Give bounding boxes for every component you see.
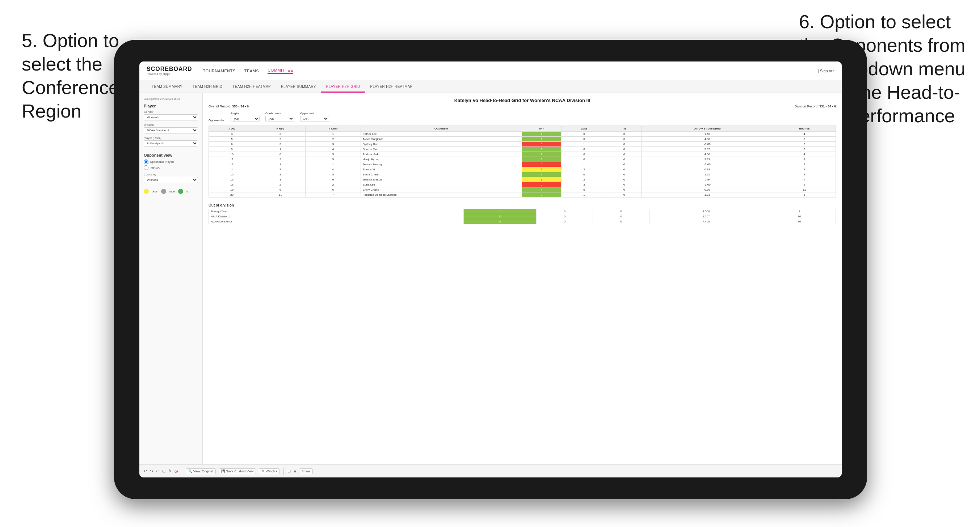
content-area: Katelyn Vo Head-to-Head Grid for Women's… (203, 93, 842, 464)
radio-opponents-played[interactable]: Opponents Played (144, 160, 198, 164)
ood-cell-rounds: 2 (763, 209, 835, 214)
toolbar-layout[interactable]: ⊡ (288, 469, 291, 473)
table-row: 20 11 7 Federica Domecq Lacroze 2 1 0 1.… (209, 192, 836, 197)
cell-win: 2 (522, 152, 562, 157)
nav-committee[interactable]: COMMITTEE (267, 68, 293, 74)
subnav-team-summary[interactable]: TEAM SUMMARY (146, 82, 188, 93)
cell-div: 18 (209, 182, 255, 187)
cell-win: 1 (522, 132, 562, 137)
subnav-player-h2h-heatmap[interactable]: PLAYER H2H HEATMAP (365, 82, 418, 93)
col-diff: Diff Av Strokes/Rnd (641, 126, 773, 132)
table-row: 3 3 1 Esther Lee 1 0 0 1.50 4 (209, 132, 836, 137)
cell-reg: 1 (255, 162, 305, 167)
cell-rounds: 6 (773, 192, 835, 197)
cell-diff: 1.50 (641, 132, 773, 137)
table-row: 15 8 5 Stella Cheng 1 0 0 1.25 4 (209, 172, 836, 177)
toolbar-edit[interactable]: ✎ (168, 469, 172, 473)
toolbar-menu[interactable]: ≡ (294, 469, 296, 473)
conference-filter-select[interactable]: (All) (266, 116, 294, 122)
cell-diff: 0.30 (641, 187, 773, 192)
toolbar-grid[interactable]: ⊞ (162, 469, 165, 473)
cell-tie: 0 (607, 157, 641, 162)
cell-reg: 8 (255, 172, 305, 177)
opponent-filter-select[interactable]: (All) (300, 116, 329, 122)
watch-button[interactable]: 👁 Watch ▾ (259, 468, 280, 474)
col-div: # Div (209, 126, 255, 132)
cell-div: 3 (209, 132, 255, 137)
division-select[interactable]: NCAA Division III (144, 127, 198, 133)
col-reg: # Reg (255, 126, 305, 132)
region-filter-label: Region (231, 112, 259, 115)
cell-diff: -1.00 (641, 142, 773, 147)
colour-up (178, 189, 183, 194)
nav-sign-out[interactable]: | Sign out (818, 69, 834, 73)
toolbar-divider-2 (283, 468, 284, 475)
cell-diff: -5.00 (641, 182, 773, 187)
cell-tie: 0 (607, 187, 641, 192)
subnav-player-summary[interactable]: PLAYER SUMMARY (276, 82, 321, 93)
cell-loss: 0 (561, 187, 607, 192)
cell-div: 16 (209, 177, 255, 182)
col-conf: # Conf (305, 126, 361, 132)
cell-loss: 2 (561, 177, 607, 182)
sidebar: Last Updated: 27/03/2024 16:34 Player Ge… (139, 93, 203, 464)
opponent-view-radios: Opponents Played Top 100 (144, 160, 198, 170)
cell-conf: 3 (305, 142, 361, 147)
cell-diff: 1.33 (641, 192, 773, 197)
cell-rounds: 4 (773, 132, 835, 137)
toolbar-clock[interactable]: ◷ (175, 469, 178, 473)
cell-conf: 2 (305, 182, 361, 187)
radio-top100[interactable]: Top 100 (144, 165, 198, 170)
table-row: 13 1 1 Jessica Huang 0 1 0 -3.00 2 (209, 162, 836, 167)
gender-select[interactable]: Women's (144, 114, 198, 121)
sidebar-player-title: Player (144, 104, 198, 108)
toolbar-refresh[interactable]: ↩ (156, 469, 159, 473)
colour-down-label: Down (152, 190, 158, 193)
logo-sub: Powered by clippd (146, 72, 170, 76)
cell-rounds: 7 (773, 177, 835, 182)
cell-opponent: Jessica Huang (361, 162, 522, 167)
cell-opponent: Emily Chang (361, 187, 522, 192)
cell-win: 1 (522, 147, 562, 152)
cell-reg: 2 (255, 137, 305, 142)
region-filter-select[interactable]: (All) (231, 116, 259, 122)
cell-conf: 3 (305, 152, 361, 157)
cell-opponent: Esther Lee (361, 132, 522, 137)
toolbar-undo[interactable]: ↩ (144, 469, 147, 473)
opponents-filter-group: Opponents: (208, 119, 225, 122)
opponent-view-title: Opponent view (144, 153, 198, 157)
cell-diff: -0.94 (641, 177, 773, 182)
nav-tournaments[interactable]: TOURNAMENTS (203, 69, 235, 73)
player-rank-select[interactable]: 8. Katelyn Vo (144, 140, 198, 146)
cell-opponent: Heejo Hyun (361, 157, 522, 162)
cell-diff: 3.67 (641, 147, 773, 152)
cell-loss: 0 (561, 157, 607, 162)
table-row: 5 2 2 Alexis Sudjianto 1 0 0 4.00 3 (209, 137, 836, 142)
cell-tie: 0 (607, 162, 641, 167)
cell-diff: -3.00 (641, 162, 773, 167)
subnav-player-h2h-grid[interactable]: PLAYER H2H GRID (321, 82, 365, 93)
cell-opponent: Federica Domecq Lacroze (361, 192, 522, 197)
cell-reg: 2 (255, 157, 305, 162)
logo-area: SCOREBOARD Powered by clippd (146, 66, 192, 76)
player-rank-label: Player (Rank) (144, 137, 198, 140)
cell-diff: 4.00 (641, 137, 773, 142)
toolbar-redo[interactable]: ↪ (150, 469, 153, 473)
cell-conf: 1 (305, 132, 361, 137)
subnav-team-h2h-heatmap[interactable]: TEAM H2H HEATMAP (228, 82, 276, 93)
save-custom-view-button[interactable]: 💾 Save Custom View (219, 468, 256, 474)
subnav-team-h2h-grid[interactable]: TEAM H2H GRID (188, 82, 228, 93)
cell-reg: 7 (255, 167, 305, 172)
cell-tie: 0 (607, 142, 641, 147)
nav-teams[interactable]: TEAMS (244, 69, 259, 73)
colour-by-select[interactable]: Win/loss (144, 177, 198, 183)
table-row: 6 3 3 Sydney Kuo 0 1 0 -1.00 3 (209, 142, 836, 147)
table-row: 9 1 4 Sharon Mun 1 0 0 3.67 3 (209, 147, 836, 152)
cell-opponent: Sharon Mun (361, 147, 522, 152)
page-title: Katelyn Vo Head-to-Head Grid for Women's… (208, 98, 836, 103)
share-button[interactable]: Share (299, 468, 313, 474)
out-of-division-title: Out of division (208, 203, 836, 207)
table-row: 11 2 5 Heejo Hyun 1 0 0 3.33 3 (209, 157, 836, 162)
view-original-button[interactable]: 🔍 View: Original (186, 468, 216, 474)
cell-opponent: Jessica Mason (361, 177, 522, 182)
